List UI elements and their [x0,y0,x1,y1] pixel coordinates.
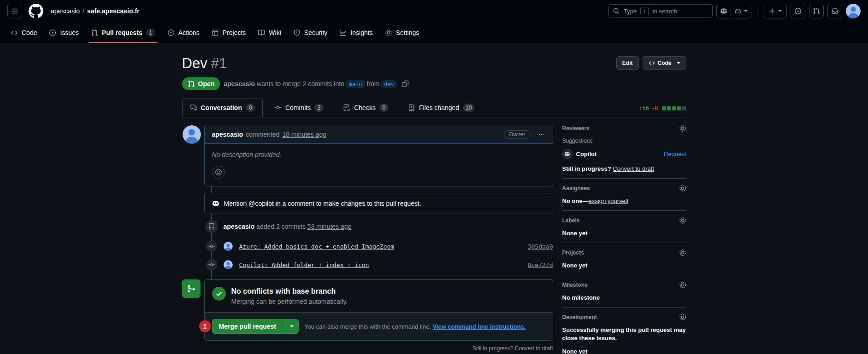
assignees-empty-state: No one—assign yourself [562,197,686,204]
annotation-marker: 1 [199,320,211,332]
breadcrumb-repo[interactable]: safe.apescasio.fr [87,7,140,15]
merge-options-dropdown[interactable] [283,319,298,333]
user-avatar[interactable] [846,4,861,18]
gear-icon[interactable] [679,217,686,224]
assign-yourself-link[interactable]: assign yourself [589,197,629,204]
avatar[interactable] [183,125,201,144]
head-branch-label[interactable]: dev [381,80,397,88]
pr-title-text: Dev [182,55,207,71]
issues-button[interactable] [791,4,805,18]
pr-state-label: Open [198,80,215,87]
reviewers-title[interactable]: Reviewers [562,125,590,132]
sidebar-section-labels: Labels None yet [562,211,686,243]
repo-tab-security[interactable]: Security [289,22,332,43]
assignees-title[interactable]: Assignees [562,185,590,192]
repo-tab-issues[interactable]: Issues [45,22,83,43]
breadcrumb-separator: / [83,7,84,15]
request-review-link[interactable]: Request [664,151,686,157]
event-timestamp-link[interactable]: 53 minutes ago [307,223,352,230]
tab-checks[interactable]: Checks0 [335,99,396,117]
play-icon [167,29,175,36]
repo-tab-wiki[interactable]: Wiki [254,22,285,43]
assignees-empty-text: No one— [562,197,589,204]
repo-tab-code[interactable]: Code [6,22,41,43]
gear-icon[interactable] [679,125,686,132]
edit-button[interactable]: Edit [616,56,639,70]
repo-tab-insights[interactable]: Insights [335,22,377,43]
global-nav-menu-button[interactable] [7,4,22,18]
milestone-title[interactable]: Milestone [562,282,588,288]
header-divider [757,6,757,16]
diffstat: +56 -8 [639,105,686,111]
cmdline-instructions-link[interactable]: View command line instructions. [432,323,526,330]
commit-sha-link[interactable]: 305daa0 [528,243,553,250]
repo-tab-label: Wiki [269,29,281,36]
repo-tab-projects[interactable]: Projects [207,22,250,43]
add-reaction-button[interactable] [212,166,225,179]
tab-label: Commits [285,104,311,111]
event-author[interactable]: apescasio [224,223,255,230]
base-branch-label[interactable]: main [346,80,365,88]
copilot-button[interactable] [717,4,731,18]
repo-tab-label: Security [304,29,328,36]
commit-message-link[interactable]: Azure: Added basics doc + enabled ImageZ… [239,243,395,250]
breadcrumb: apescasio/safe.apescasio.fr [51,7,140,15]
code-dropdown-button[interactable]: Code [643,56,686,70]
checklist-icon [343,104,350,111]
comment-timestamp-link[interactable]: 18 minutes ago [282,131,326,138]
search-input[interactable]: Type / to search [608,4,713,18]
copy-branch-button[interactable] [402,80,409,87]
pull-requests-button[interactable] [809,4,824,18]
comment-menu-button[interactable] [538,131,545,138]
convert-to-draft-link[interactable]: Convert to draft [515,345,553,352]
comment-author[interactable]: apescasio [212,131,243,138]
repo-tab-pull-requests[interactable]: Pull requests1 [87,22,159,43]
gear-icon[interactable] [679,281,686,289]
pr-author[interactable]: apescasio [224,80,255,87]
commit-sha-link[interactable]: 8ce727d [528,261,553,268]
repo-tab-label: Code [22,29,37,36]
chevron-down-icon [677,62,680,64]
tab-commits[interactable]: Commits2 [266,99,331,117]
repo-tab-settings[interactable]: Settings [381,22,424,43]
inbox-icon [831,7,838,15]
search-placeholder-post: to search [652,8,677,15]
labels-empty-state: None yet [562,230,686,237]
pr-state-badge: Open [182,77,220,90]
merge-sentence-text: wants to merge 2 commits into [257,80,344,87]
merge-actions: 1 Merge pull request You can also merge … [205,312,553,340]
cloud-icon [734,7,742,15]
labels-title[interactable]: Labels [562,217,580,224]
pr-number: #1 [211,55,227,71]
gear-icon[interactable] [679,249,686,256]
breadcrumb-owner[interactable]: apescasio [51,7,80,15]
repo-nav: Code Issues Pull requests1 Actions Proje… [0,22,868,43]
comment-header: apescasio commented 18 minutes ago Owner [205,125,553,144]
avatar[interactable] [217,260,233,269]
check-icon [212,287,226,301]
copilot-agents-dropdown[interactable] [731,4,751,18]
tab-files-changed[interactable]: Files changed10 [400,99,483,117]
tab-conversation[interactable]: Conversation0 [182,99,263,117]
merge-status-title: No conflicts with base branch [231,287,348,296]
tab-label: Files changed [419,104,459,111]
gear-icon[interactable] [679,313,686,321]
inbox-button[interactable] [827,4,842,18]
create-new-dropdown[interactable] [763,4,787,18]
convert-to-draft-link[interactable]: Convert to draft [613,165,654,172]
commit-message-link[interactable]: Copilot: Added folder + index + icon [239,261,369,268]
gear-icon[interactable] [679,185,686,192]
avatar[interactable] [217,242,233,251]
issue-opened-icon [794,7,802,15]
merge-button-label: Merge pull request [213,319,283,333]
app-header: apescasio/safe.apescasio.fr Type / to se… [0,0,868,22]
merge-status-subtitle: Merging can be performed automatically. [231,298,348,305]
github-logo-icon[interactable] [29,4,43,18]
suggested-reviewer-name[interactable]: Copilot [576,151,597,157]
cmdline-hint: You can also merge this with the command… [304,323,526,330]
projects-title[interactable]: Projects [562,250,584,256]
merge-pull-request-button[interactable]: Merge pull request [212,319,299,334]
repo-tab-actions[interactable]: Actions [163,22,204,43]
development-title[interactable]: Development [562,314,597,320]
tab-count: 0 [379,104,389,112]
